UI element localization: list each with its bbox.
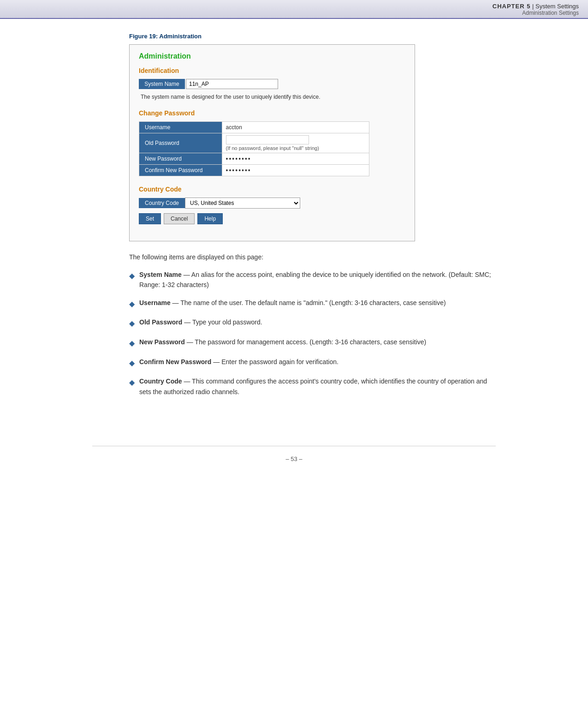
set-button[interactable]: Set bbox=[139, 213, 161, 224]
help-button[interactable]: Help bbox=[197, 213, 223, 224]
list-item: ◆ Old Password — Type your old password. bbox=[129, 317, 496, 330]
page-footer: – 53 – bbox=[0, 446, 588, 472]
confirm-password-value: •••••••• bbox=[222, 165, 369, 176]
figure-title: Figure 19: Administration bbox=[129, 33, 496, 40]
old-password-label: Old Password bbox=[139, 133, 222, 153]
bullet-desc: — The name of the user. The default name… bbox=[172, 299, 446, 306]
list-item: ◆ New Password — The password for manage… bbox=[129, 337, 496, 349]
bullet-term: Username bbox=[139, 299, 171, 306]
bullet-icon: ◆ bbox=[129, 270, 135, 282]
system-name-label: System Name bbox=[139, 79, 185, 89]
username-text: accton bbox=[226, 124, 242, 131]
bullet-icon: ◆ bbox=[129, 318, 135, 330]
bullet-desc: — Enter the password again for verificat… bbox=[213, 358, 339, 365]
list-item: ◆ Country Code — This command configures… bbox=[129, 376, 496, 397]
bullet-term: Country Code bbox=[139, 377, 182, 385]
bullet-icon: ◆ bbox=[129, 298, 135, 310]
system-name-hint: The system name is designed for the user… bbox=[141, 94, 405, 100]
bullet-content: Old Password — Type your old password. bbox=[139, 317, 262, 327]
bullet-icon: ◆ bbox=[129, 337, 135, 349]
description-text: The following items are displayed on thi… bbox=[129, 252, 496, 262]
table-row: Old Password (If no password, please inp… bbox=[139, 133, 369, 153]
cancel-button[interactable]: Cancel bbox=[164, 213, 195, 224]
confirm-password-label: Confirm New Password bbox=[139, 165, 222, 176]
page-header: CHAPTER 5 | System Settings Administrati… bbox=[0, 0, 588, 19]
bullet-term: New Password bbox=[139, 338, 185, 346]
bullet-icon: ◆ bbox=[129, 377, 135, 389]
change-password-title: Change Password bbox=[139, 109, 405, 117]
system-name-row: System Name bbox=[139, 79, 405, 89]
admin-box-title: Administration bbox=[139, 52, 405, 60]
bullet-term: Old Password bbox=[139, 318, 182, 326]
table-row: Username accton bbox=[139, 122, 369, 133]
button-row: Set Cancel Help bbox=[139, 213, 405, 224]
header-separator: | bbox=[532, 3, 535, 10]
bullet-desc: — This command configures the access poi… bbox=[139, 377, 487, 395]
main-content: Figure 19: Administration Administration… bbox=[0, 19, 588, 418]
country-code-select[interactable]: US, United States bbox=[185, 198, 300, 209]
bullet-term: System Name bbox=[139, 271, 182, 278]
old-password-value: (If no password, please input "null" str… bbox=[222, 133, 369, 153]
table-row: Confirm New Password •••••••• bbox=[139, 165, 369, 176]
change-password-section: Change Password Username accton Old Pass… bbox=[139, 109, 405, 176]
confirm-password-dots: •••••••• bbox=[226, 167, 251, 174]
country-code-label: Country Code bbox=[139, 198, 185, 208]
bullet-term: Confirm New Password bbox=[139, 358, 211, 365]
bullet-content: Confirm New Password — Enter the passwor… bbox=[139, 357, 339, 367]
password-table: Username accton Old Password (If no pass… bbox=[139, 121, 369, 176]
section1-label: System Settings bbox=[535, 3, 579, 10]
bullet-list: ◆ System Name — An alias for the access … bbox=[129, 270, 496, 397]
list-item: ◆ Confirm New Password — Enter the passw… bbox=[129, 357, 496, 369]
bullet-desc: — The password for management access. (L… bbox=[187, 338, 427, 346]
bullet-icon: ◆ bbox=[129, 357, 135, 369]
country-code-section: Country Code Country Code US, United Sta… bbox=[139, 186, 405, 224]
list-item: ◆ System Name — An alias for the access … bbox=[129, 270, 496, 290]
new-password-value: •••••••• bbox=[222, 153, 369, 165]
new-password-label: New Password bbox=[139, 153, 222, 165]
country-code-row: Country Code US, United States bbox=[139, 198, 405, 209]
bullet-desc: — Type your old password. bbox=[184, 318, 262, 326]
page-number: – 53 – bbox=[285, 455, 302, 462]
country-code-section-title: Country Code bbox=[139, 186, 405, 193]
section2-label: Administration Settings bbox=[522, 10, 579, 16]
bullet-content: Username — The name of the user. The def… bbox=[139, 298, 446, 308]
username-value: accton bbox=[222, 122, 369, 133]
old-password-input[interactable] bbox=[226, 135, 309, 144]
bullet-content: System Name — An alias for the access po… bbox=[139, 270, 496, 290]
new-password-dots: •••••••• bbox=[226, 155, 251, 162]
identification-section-title: Identification bbox=[139, 67, 405, 74]
username-label: Username bbox=[139, 122, 222, 133]
old-password-note: (If no password, please input "null" str… bbox=[226, 145, 365, 151]
bullet-desc: — An alias for the access point, enablin… bbox=[139, 271, 491, 288]
table-row: New Password •••••••• bbox=[139, 153, 369, 165]
list-item: ◆ Username — The name of the user. The d… bbox=[129, 298, 496, 310]
bullet-content: Country Code — This command configures t… bbox=[139, 376, 496, 397]
identification-section: Identification System Name The system na… bbox=[139, 67, 405, 100]
bullet-content: New Password — The password for manageme… bbox=[139, 337, 426, 347]
system-name-input[interactable] bbox=[186, 79, 278, 89]
chapter-label: CHAPTER 5 bbox=[493, 3, 531, 10]
admin-box: Administration Identification System Nam… bbox=[129, 44, 415, 241]
